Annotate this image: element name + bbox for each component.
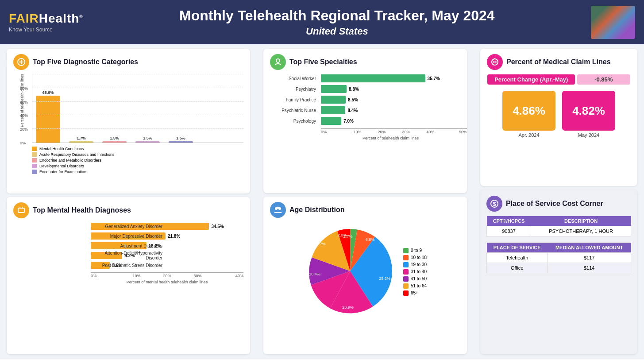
- mental-bar-label-5: Post-traumatic Stress Disorder: [91, 263, 166, 268]
- pos-amount-1: $117: [548, 253, 631, 263]
- pie-chart: 2.7% 6.8% 25.2% 26.9% 18.4% 17.7% 2.8%: [304, 225, 397, 319]
- diag-bar-2: 1.7%: [69, 136, 93, 143]
- spec-label-4: Psychiatric Nurse: [270, 108, 320, 113]
- spec-row-1: Social Worker 35.7%: [321, 74, 460, 82]
- spec-val-5: 7.0%: [343, 119, 354, 124]
- spec-row-3: Family Practice 8.5%: [321, 96, 460, 104]
- may-label: May 2024: [578, 132, 599, 138]
- logo-tagline: Know Your Source: [9, 27, 83, 33]
- mental-x-label: Percent of mental health telehealth clai…: [91, 280, 243, 284]
- legend-19to30-label: 19 to 30: [411, 262, 427, 267]
- top-diagnostic-card: Top Five Diagnostic Categories Percent o…: [7, 49, 250, 194]
- spec-bar-4: [321, 106, 345, 114]
- spec-bar-5: [321, 117, 341, 125]
- apr-value: 4.86%: [513, 104, 545, 118]
- age-title-text: Age Distribution: [289, 206, 344, 214]
- specialties-bars: Social Worker 35.7% Psychiatry 8.8% Fami…: [321, 74, 460, 134]
- may-box-group: 4.82% May 2024: [562, 91, 615, 138]
- diagnostic-title-text: Top Five Diagnostic Categories: [33, 58, 138, 66]
- may-value: 4.82%: [572, 104, 605, 118]
- mental-bar-val-2: 21.8: [168, 234, 176, 239]
- median-header: MEDIAN ALLOWED AMOUNT: [548, 243, 631, 253]
- diag-bar-4: 1.5%: [135, 136, 160, 143]
- spec-label-1: Social Worker: [270, 76, 320, 81]
- diagnostic-icon: [13, 54, 29, 70]
- cpt-code: 90837: [487, 226, 531, 236]
- pie-legend: 0 to 9 10 to 18 19 to 30 31 to 40: [403, 248, 427, 296]
- middle-panel: Top Five Specialties Social Worker 35.7%…: [257, 44, 474, 359]
- pct-medical-title: Percent of Medical Claim Lines: [487, 54, 631, 70]
- spec-val-4: 8.4%: [347, 108, 358, 113]
- page-subtitle: United States: [83, 26, 591, 37]
- legend-51to64-label: 51 to 64: [411, 283, 427, 288]
- pie-label-31to40: 26.9%: [342, 305, 354, 310]
- spec-val-1: 35.7%: [428, 76, 440, 81]
- legend-65plus-label: 65+: [411, 290, 418, 295]
- pct-title-text: Percent of Medical Claim Lines: [506, 58, 611, 66]
- legend-item-2: Acute Respiratory Diseases and Infection…: [32, 152, 243, 157]
- mental-title-text: Top Mental Health Diagnoses: [33, 206, 131, 214]
- cpt-description: PSYCHOTHERAPY, 1 HOUR: [531, 226, 631, 236]
- legend-41to50: 41 to 50: [403, 276, 427, 282]
- may-box: 4.82%: [562, 91, 615, 131]
- cost-corner-title: $ Place of Service Cost Corner: [486, 196, 631, 212]
- pct-boxes: 4.86% Apr. 2024 4.82% May 2024: [487, 91, 631, 138]
- page-title: Monthly Telehealth Regional Tracker, May…: [83, 8, 591, 24]
- diag-bar-5: 1.5%: [169, 136, 193, 143]
- pos-amount-2: $114: [548, 263, 631, 273]
- pos-place-1: Telehealth: [487, 253, 548, 263]
- diag-bar-1: 68.6%: [36, 90, 60, 143]
- pie-label-51to64: 17.7%: [314, 242, 326, 246]
- pct-change-label: Percent Change (Apr.-May): [487, 74, 575, 85]
- us-map: [591, 6, 635, 39]
- age-dist-card: Age Distribution: [263, 197, 467, 354]
- diagnostic-legend: Mental Health Conditions Acute Respirato…: [32, 147, 243, 174]
- pct-change-area: Percent Change (Apr.-May) -0.85% 4.86% A…: [487, 74, 631, 138]
- mental-bar-row-4: Attention-Deficit/Hyperactivity Disorder…: [91, 252, 243, 259]
- mental-bar-row-5: Post-traumatic Stress Disorder 5.6%: [91, 262, 243, 269]
- spec-x-axis: 0% 10% 20% 30% 40% 50%: [321, 128, 467, 134]
- specialties-title-text: Top Five Specialties: [289, 58, 357, 66]
- legend-item-5: Encounter for Examination: [32, 170, 243, 174]
- pie-svg: 2.7% 6.8% 25.2% 26.9% 18.4% 17.7% 2.8%: [304, 225, 397, 317]
- pos-row-2: Office $114: [487, 263, 631, 273]
- logo-area: FAIRHealth® Know Your Source: [9, 12, 83, 33]
- svg-point-10: [492, 59, 498, 65]
- legend-item-3: Endocrine and Metabolic Disorders: [32, 158, 243, 163]
- legend-item-4: Developmental Disorders: [32, 164, 243, 168]
- pie-label-65plus: 2.8%: [338, 233, 347, 237]
- mental-icon: [13, 202, 29, 218]
- spec-bar-3: [321, 96, 346, 104]
- spec-bar-1: [321, 74, 425, 82]
- cost-corner-card: $ Place of Service Cost Corner CPT®/HCPC…: [480, 190, 637, 354]
- left-panel: Top Five Diagnostic Categories Percent o…: [0, 44, 257, 359]
- pie-label-19to30: 25.2%: [379, 276, 390, 281]
- specialties-chart: Social Worker 35.7% Psychiatry 8.8% Fami…: [270, 74, 460, 154]
- legend-item-1: Mental Health Conditions: [32, 147, 243, 151]
- pos-row-1: Telehealth $117: [487, 253, 631, 263]
- legend-10to18: 10 to 18: [403, 255, 427, 260]
- header-title-area: Monthly Telehealth Regional Tracker, May…: [83, 8, 591, 37]
- pie-label-41to50: 18.4%: [309, 272, 320, 276]
- right-panel: Percent of Medical Claim Lines Percent C…: [474, 44, 644, 359]
- age-dist-title: Age Distribution: [270, 202, 460, 218]
- cost-title-text: Place of Service Cost Corner: [506, 200, 603, 208]
- pct-medical-card: Percent of Medical Claim Lines Percent C…: [480, 49, 637, 186]
- spec-row-5: Psychology 7.0%: [321, 117, 460, 125]
- diagnostic-title: Top Five Diagnostic Categories: [13, 54, 243, 70]
- mental-bar-label-4: Attention-Deficit/Hyperactivity Disorder: [91, 251, 166, 260]
- specialties-icon: [270, 54, 286, 70]
- legend-19to30: 19 to 30: [403, 262, 427, 267]
- legend-0to9: 0 to 9: [403, 248, 427, 253]
- desc-header: DESCRIPTION: [531, 216, 631, 226]
- legend-10to18-label: 10 to 18: [411, 255, 427, 260]
- cpt-table: CPT®/HCPCS DESCRIPTION 90837 PSYCHOTHERA…: [486, 216, 631, 236]
- spec-val-2: 8.8%: [349, 87, 359, 92]
- svg-text:$: $: [493, 201, 496, 207]
- pct-change-value: -0.85%: [577, 74, 630, 85]
- pie-label-10to18: 6.8%: [366, 237, 375, 242]
- map-image: [591, 6, 635, 39]
- legend-31to40: 31 to 40: [403, 269, 427, 275]
- apr-label: Apr. 2024: [518, 132, 539, 138]
- mental-bar-row-1: Generalized Anxiety Disorder 34.5%: [91, 223, 243, 230]
